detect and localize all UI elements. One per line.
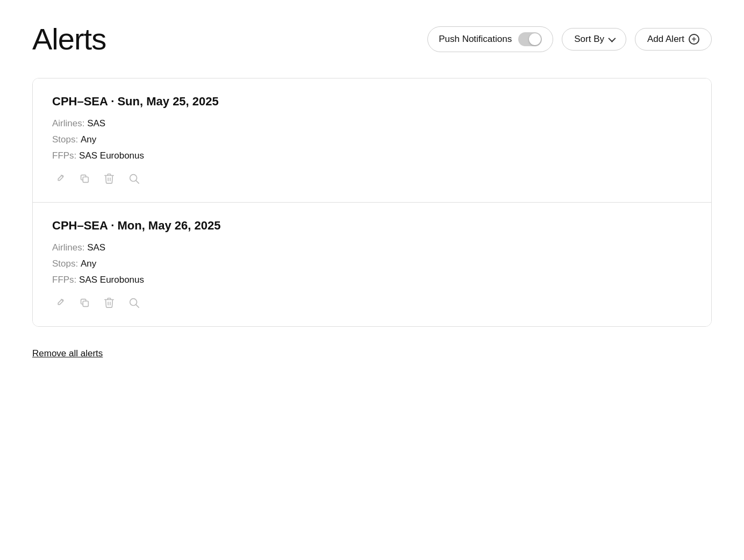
search-svg xyxy=(128,297,140,308)
alert-ffps: FFPs: SAS Eurobonus xyxy=(52,275,692,285)
alert-stops-value: Any xyxy=(81,134,96,145)
chevron-down-icon xyxy=(608,34,616,42)
alert-route: CPH–SEA · Sun, May 25, 2025 xyxy=(52,95,692,109)
search-icon[interactable] xyxy=(126,171,141,186)
add-alert-button[interactable]: Add Alert + xyxy=(635,28,712,51)
svg-rect-3 xyxy=(83,301,88,306)
trash-svg xyxy=(103,297,115,308)
page-title: Alerts xyxy=(32,21,106,56)
svg-rect-0 xyxy=(83,177,88,182)
alert-ffps-value: SAS Eurobonus xyxy=(79,150,144,161)
alert-ffps-value: SAS Eurobonus xyxy=(79,275,144,285)
search-svg xyxy=(128,173,140,184)
edit-icon[interactable] xyxy=(52,171,67,186)
footer: Remove all alerts xyxy=(32,348,712,359)
alert-airlines-value: SAS xyxy=(87,242,105,253)
alert-stops: Stops: Any xyxy=(52,134,692,145)
alert-airlines: Airlines: SAS xyxy=(52,242,692,253)
trash-svg xyxy=(103,173,115,184)
add-alert-label: Add Alert xyxy=(647,34,684,45)
alert-airlines-value: SAS xyxy=(87,118,105,128)
push-notifications-label: Push Notifications xyxy=(439,34,512,45)
alert-airlines: Airlines: SAS xyxy=(52,118,692,129)
copy-svg xyxy=(78,173,90,184)
copy-svg xyxy=(78,297,90,308)
delete-icon[interactable] xyxy=(102,171,117,186)
svg-line-5 xyxy=(136,305,139,307)
toggle-track xyxy=(518,32,542,46)
sort-by-label: Sort By xyxy=(574,34,604,45)
alerts-container: CPH–SEA · Sun, May 25, 2025 Airlines: SA… xyxy=(32,78,712,327)
push-notifications-toggle[interactable]: Push Notifications xyxy=(427,26,553,52)
copy-icon[interactable] xyxy=(77,171,92,186)
alert-actions xyxy=(52,171,692,186)
remove-all-alerts-button[interactable]: Remove all alerts xyxy=(32,348,103,359)
alert-ffps: FFPs: SAS Eurobonus xyxy=(52,150,692,161)
copy-icon[interactable] xyxy=(77,295,92,310)
page-header: Alerts Push Notifications Sort By Add Al… xyxy=(32,21,712,56)
alert-stops: Stops: Any xyxy=(52,259,692,269)
svg-line-2 xyxy=(136,181,139,183)
header-controls: Push Notifications Sort By Add Alert + xyxy=(427,26,712,52)
edit-icon[interactable] xyxy=(52,295,67,310)
sort-by-button[interactable]: Sort By xyxy=(562,28,626,51)
plus-circle-icon: + xyxy=(689,34,699,45)
toggle-thumb xyxy=(529,33,541,45)
search-icon[interactable] xyxy=(126,295,141,310)
alert-card: CPH–SEA · Mon, May 26, 2025 Airlines: SA… xyxy=(33,202,711,326)
pencil-svg xyxy=(54,297,66,308)
alert-card: CPH–SEA · Sun, May 25, 2025 Airlines: SA… xyxy=(33,78,711,202)
alert-actions xyxy=(52,295,692,310)
alert-stops-value: Any xyxy=(81,259,96,269)
pencil-svg xyxy=(54,173,66,184)
alert-route: CPH–SEA · Mon, May 26, 2025 xyxy=(52,219,692,233)
delete-icon[interactable] xyxy=(102,295,117,310)
